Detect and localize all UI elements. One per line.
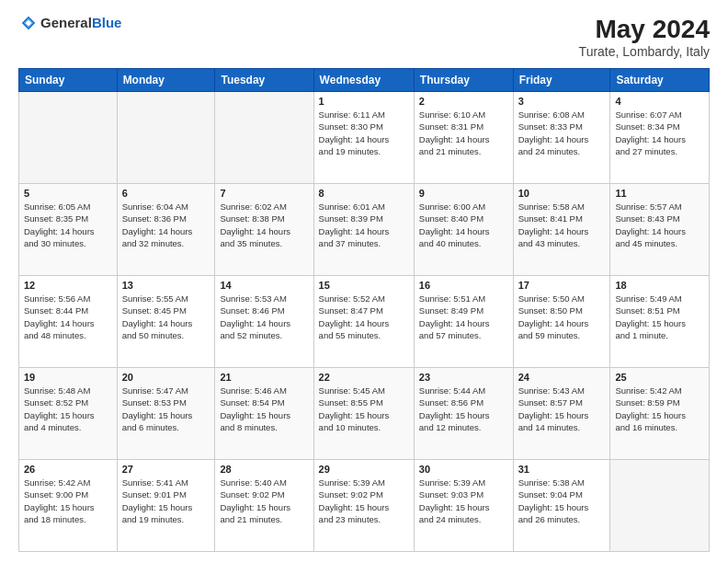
- calendar-cell: 5Sunrise: 6:05 AM Sunset: 8:35 PM Daylig…: [19, 184, 118, 276]
- calendar-cell: 3Sunrise: 6:08 AM Sunset: 8:33 PM Daylig…: [513, 92, 610, 184]
- day-info: Sunrise: 6:08 AM Sunset: 8:33 PM Dayligh…: [518, 109, 606, 157]
- day-info: Sunrise: 5:41 AM Sunset: 9:01 PM Dayligh…: [122, 477, 210, 525]
- day-number: 18: [615, 280, 704, 291]
- day-number: 22: [319, 372, 409, 383]
- calendar-cell: 29Sunrise: 5:39 AM Sunset: 9:02 PM Dayli…: [313, 460, 414, 552]
- day-info: Sunrise: 5:50 AM Sunset: 8:50 PM Dayligh…: [518, 293, 606, 341]
- day-info: Sunrise: 5:39 AM Sunset: 9:03 PM Dayligh…: [419, 477, 508, 525]
- calendar-week-3: 12Sunrise: 5:56 AM Sunset: 8:44 PM Dayli…: [19, 276, 710, 368]
- calendar-cell: 4Sunrise: 6:07 AM Sunset: 8:34 PM Daylig…: [610, 92, 710, 184]
- calendar-cell: 22Sunrise: 5:45 AM Sunset: 8:55 PM Dayli…: [313, 368, 414, 460]
- calendar-cell: 30Sunrise: 5:39 AM Sunset: 9:03 PM Dayli…: [414, 460, 513, 552]
- calendar-week-5: 26Sunrise: 5:42 AM Sunset: 9:00 PM Dayli…: [19, 460, 710, 552]
- day-info: Sunrise: 6:04 AM Sunset: 8:36 PM Dayligh…: [122, 201, 210, 249]
- calendar-cell: [215, 92, 313, 184]
- calendar-cell: 10Sunrise: 5:58 AM Sunset: 8:41 PM Dayli…: [513, 184, 610, 276]
- calendar-cell: 28Sunrise: 5:40 AM Sunset: 9:02 PM Dayli…: [215, 460, 313, 552]
- day-number: 24: [518, 372, 606, 383]
- day-number: 9: [419, 188, 508, 199]
- calendar-cell: 11Sunrise: 5:57 AM Sunset: 8:43 PM Dayli…: [610, 184, 710, 276]
- day-number: 5: [24, 188, 112, 199]
- calendar-cell: 8Sunrise: 6:01 AM Sunset: 8:39 PM Daylig…: [313, 184, 414, 276]
- day-info: Sunrise: 5:39 AM Sunset: 9:02 PM Dayligh…: [319, 477, 409, 525]
- day-header-thursday: Thursday: [414, 69, 513, 92]
- calendar-cell: 23Sunrise: 5:44 AM Sunset: 8:56 PM Dayli…: [414, 368, 513, 460]
- logo-text: GeneralBlue: [40, 15, 121, 31]
- day-number: 28: [220, 464, 308, 475]
- day-info: Sunrise: 5:44 AM Sunset: 8:56 PM Dayligh…: [419, 385, 508, 433]
- day-info: Sunrise: 5:53 AM Sunset: 8:46 PM Dayligh…: [220, 293, 308, 341]
- day-header-sunday: Sunday: [19, 69, 118, 92]
- day-number: 30: [419, 464, 508, 475]
- day-info: Sunrise: 6:11 AM Sunset: 8:30 PM Dayligh…: [319, 109, 409, 157]
- calendar-week-2: 5Sunrise: 6:05 AM Sunset: 8:35 PM Daylig…: [19, 184, 710, 276]
- day-number: 4: [615, 96, 704, 107]
- calendar-cell: 19Sunrise: 5:48 AM Sunset: 8:52 PM Dayli…: [19, 368, 118, 460]
- logo-icon: [20, 15, 37, 31]
- day-number: 26: [24, 464, 112, 475]
- day-header-wednesday: Wednesday: [313, 69, 414, 92]
- day-info: Sunrise: 5:43 AM Sunset: 8:57 PM Dayligh…: [518, 385, 606, 433]
- day-number: 8: [319, 188, 409, 199]
- calendar-cell: [610, 460, 710, 552]
- day-info: Sunrise: 6:00 AM Sunset: 8:40 PM Dayligh…: [419, 201, 508, 249]
- day-header-saturday: Saturday: [610, 69, 710, 92]
- day-info: Sunrise: 5:40 AM Sunset: 9:02 PM Dayligh…: [220, 477, 308, 525]
- calendar-cell: 15Sunrise: 5:52 AM Sunset: 8:47 PM Dayli…: [313, 276, 414, 368]
- day-number: 12: [24, 280, 112, 291]
- calendar-cell: 26Sunrise: 5:42 AM Sunset: 9:00 PM Dayli…: [19, 460, 118, 552]
- calendar-cell: 1Sunrise: 6:11 AM Sunset: 8:30 PM Daylig…: [313, 92, 414, 184]
- day-info: Sunrise: 5:56 AM Sunset: 8:44 PM Dayligh…: [24, 293, 112, 341]
- calendar-cell: 17Sunrise: 5:50 AM Sunset: 8:50 PM Dayli…: [513, 276, 610, 368]
- title-block: May 2024 Turate, Lombardy, Italy: [579, 15, 710, 59]
- logo: GeneralBlue: [18, 15, 121, 31]
- calendar-cell: 20Sunrise: 5:47 AM Sunset: 8:53 PM Dayli…: [117, 368, 215, 460]
- day-number: 19: [24, 372, 112, 383]
- day-info: Sunrise: 5:57 AM Sunset: 8:43 PM Dayligh…: [615, 201, 704, 249]
- calendar-location: Turate, Lombardy, Italy: [579, 44, 710, 59]
- calendar-week-4: 19Sunrise: 5:48 AM Sunset: 8:52 PM Dayli…: [19, 368, 710, 460]
- calendar-cell: 27Sunrise: 5:41 AM Sunset: 9:01 PM Dayli…: [117, 460, 215, 552]
- day-number: 25: [615, 372, 704, 383]
- calendar-cell: 9Sunrise: 6:00 AM Sunset: 8:40 PM Daylig…: [414, 184, 513, 276]
- day-header-friday: Friday: [513, 69, 610, 92]
- day-number: 2: [419, 96, 508, 107]
- day-number: 3: [518, 96, 606, 107]
- day-number: 20: [122, 372, 210, 383]
- day-info: Sunrise: 5:42 AM Sunset: 8:59 PM Dayligh…: [615, 385, 704, 433]
- calendar-cell: 25Sunrise: 5:42 AM Sunset: 8:59 PM Dayli…: [610, 368, 710, 460]
- day-info: Sunrise: 5:51 AM Sunset: 8:49 PM Dayligh…: [419, 293, 508, 341]
- page: GeneralBlue May 2024 Turate, Lombardy, I…: [0, 0, 728, 563]
- calendar-table: SundayMondayTuesdayWednesdayThursdayFrid…: [18, 68, 710, 552]
- day-info: Sunrise: 5:47 AM Sunset: 8:53 PM Dayligh…: [122, 385, 210, 433]
- day-number: 21: [220, 372, 308, 383]
- day-info: Sunrise: 5:58 AM Sunset: 8:41 PM Dayligh…: [518, 201, 606, 249]
- day-number: 23: [419, 372, 508, 383]
- day-number: 14: [220, 280, 308, 291]
- day-number: 1: [319, 96, 409, 107]
- day-number: 31: [518, 464, 606, 475]
- day-info: Sunrise: 5:38 AM Sunset: 9:04 PM Dayligh…: [518, 477, 606, 525]
- day-info: Sunrise: 6:05 AM Sunset: 8:35 PM Dayligh…: [24, 201, 112, 249]
- day-info: Sunrise: 5:49 AM Sunset: 8:51 PM Dayligh…: [615, 293, 704, 341]
- calendar-cell: 13Sunrise: 5:55 AM Sunset: 8:45 PM Dayli…: [117, 276, 215, 368]
- day-number: 16: [419, 280, 508, 291]
- calendar-cell: 12Sunrise: 5:56 AM Sunset: 8:44 PM Dayli…: [19, 276, 118, 368]
- day-info: Sunrise: 6:10 AM Sunset: 8:31 PM Dayligh…: [419, 109, 508, 157]
- day-info: Sunrise: 5:42 AM Sunset: 9:00 PM Dayligh…: [24, 477, 112, 525]
- calendar-cell: 24Sunrise: 5:43 AM Sunset: 8:57 PM Dayli…: [513, 368, 610, 460]
- header: GeneralBlue May 2024 Turate, Lombardy, I…: [18, 15, 710, 59]
- day-info: Sunrise: 5:52 AM Sunset: 8:47 PM Dayligh…: [319, 293, 409, 341]
- calendar-cell: 7Sunrise: 6:02 AM Sunset: 8:38 PM Daylig…: [215, 184, 313, 276]
- day-info: Sunrise: 5:48 AM Sunset: 8:52 PM Dayligh…: [24, 385, 112, 433]
- day-number: 6: [122, 188, 210, 199]
- calendar-cell: 16Sunrise: 5:51 AM Sunset: 8:49 PM Dayli…: [414, 276, 513, 368]
- day-info: Sunrise: 5:46 AM Sunset: 8:54 PM Dayligh…: [220, 385, 308, 433]
- day-number: 27: [122, 464, 210, 475]
- calendar-cell: [19, 92, 118, 184]
- day-number: 17: [518, 280, 606, 291]
- day-number: 29: [319, 464, 409, 475]
- day-header-tuesday: Tuesday: [215, 69, 313, 92]
- day-number: 10: [518, 188, 606, 199]
- calendar-week-1: 1Sunrise: 6:11 AM Sunset: 8:30 PM Daylig…: [19, 92, 710, 184]
